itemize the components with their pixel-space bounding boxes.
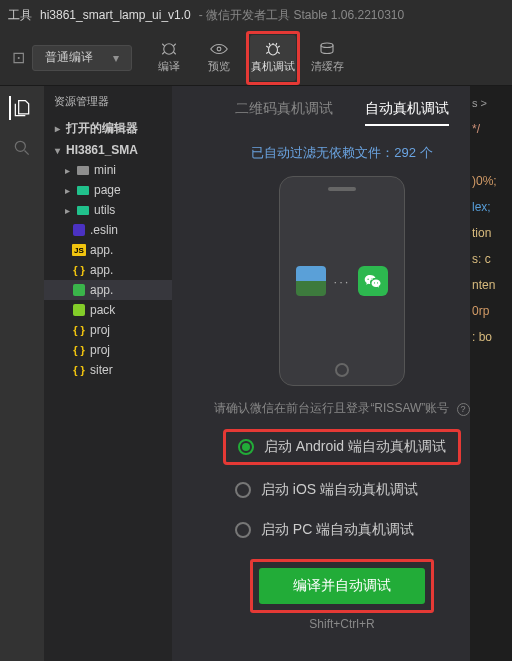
highlight-debug: 真机调试 <box>246 31 300 85</box>
code-editor-strip: s > */ )0%; lex; tion s: c nten 0rp : bo <box>470 86 512 661</box>
help-icon[interactable]: ? <box>457 403 470 416</box>
file-item[interactable]: { }siter <box>44 360 172 380</box>
tab-auto-debug[interactable]: 自动真机调试 <box>365 100 449 126</box>
explorer-sidebar: 资源管理器 ▸打开的编辑器 ▾HI3861_SMA ▸mini ▸page ▸u… <box>44 86 172 661</box>
file-item[interactable]: { }proj <box>44 320 172 340</box>
bug-icon <box>264 41 282 57</box>
radio-icon <box>235 482 251 498</box>
folder-item[interactable]: ▸mini <box>44 160 172 180</box>
compile-mode-select[interactable]: 普通编译 ▾ <box>32 45 132 71</box>
explorer-activity[interactable] <box>9 96 33 120</box>
phone-speaker-icon <box>328 187 356 191</box>
search-icon <box>12 138 32 158</box>
svg-point-1 <box>217 47 221 51</box>
app-thumbnail-icon <box>296 266 326 296</box>
phone-illustration: ··· <box>279 176 405 386</box>
file-item[interactable]: .eslin <box>44 220 172 240</box>
phone-home-icon <box>335 363 349 377</box>
file-item[interactable]: { }proj <box>44 340 172 360</box>
folder-item[interactable]: ▸utils <box>44 200 172 220</box>
js-icon: JS <box>72 243 86 257</box>
eslint-icon <box>72 223 86 237</box>
project-name: hi3861_smart_lamp_ui_v1.0 <box>40 8 191 22</box>
highlight-action: 编译并自动调试 <box>250 559 434 613</box>
toolbar: ⊡ 普通编译 ▾ 编译 预览 真机调试 清缓存 <box>0 30 512 86</box>
compile-and-debug-button[interactable]: 编译并自动调试 <box>259 568 425 604</box>
compile-mode-label: 普通编译 <box>45 49 93 66</box>
file-item[interactable]: { }app. <box>44 260 172 280</box>
file-item[interactable]: pack <box>44 300 172 320</box>
title-bar: 工具 hi3861_smart_lamp_ui_v1.0 - 微信开发者工具 S… <box>0 0 512 30</box>
json-icon: { } <box>72 363 86 377</box>
debug-tabs: 二维码真机调试 自动真机调试 <box>190 100 494 126</box>
radio-android[interactable]: 启动 Android 端自动真机调试 <box>223 429 461 465</box>
cache-icon <box>318 41 336 57</box>
window-control-icon[interactable]: ⊡ <box>8 48 28 67</box>
compile-icon <box>160 41 178 57</box>
search-activity[interactable] <box>10 136 34 160</box>
eye-icon <box>210 41 228 57</box>
folder-icon <box>76 203 90 217</box>
chevron-right-icon: ▸ <box>62 165 72 176</box>
explorer-title: 资源管理器 <box>44 86 172 117</box>
folder-icon <box>76 183 90 197</box>
tool-dropdown[interactable]: 工具 <box>8 7 32 24</box>
wxss-icon <box>72 283 86 297</box>
login-hint: 请确认微信在前台运行且登录“RISSAW”账号 ? <box>190 400 494 417</box>
filter-info: 已自动过滤无依赖文件：292 个 <box>190 144 494 162</box>
svg-point-0 <box>164 44 175 55</box>
radio-icon <box>235 522 251 538</box>
folder-item[interactable]: ▸page <box>44 180 172 200</box>
chevron-down-icon: ▾ <box>113 51 119 65</box>
folder-icon <box>76 163 90 177</box>
radio-icon <box>238 439 254 455</box>
activity-bar <box>0 86 44 661</box>
chevron-right-icon: ▸ <box>62 205 72 216</box>
app-title: - 微信开发者工具 Stable 1.06.2210310 <box>199 7 404 24</box>
main-area: 资源管理器 ▸打开的编辑器 ▾HI3861_SMA ▸mini ▸page ▸u… <box>0 86 512 661</box>
preview-button[interactable]: 预览 <box>196 35 242 81</box>
project-section[interactable]: ▾HI3861_SMA <box>44 140 172 160</box>
chevron-down-icon: ▾ <box>52 145 62 156</box>
dots-icon: ··· <box>334 274 351 289</box>
platform-radios: 启动 Android 端自动真机调试 启动 iOS 端自动真机调试 启动 PC … <box>223 429 461 545</box>
remote-debug-button[interactable]: 真机调试 <box>250 35 296 81</box>
file-item[interactable]: app.app. <box>44 280 172 300</box>
node-icon <box>72 303 86 317</box>
chevron-right-icon: ▸ <box>52 123 62 134</box>
files-icon <box>12 98 32 118</box>
radio-pc[interactable]: 启动 PC 端自动真机调试 <box>223 515 426 545</box>
breadcrumb: s > <box>472 97 487 109</box>
shortcut-hint: Shift+Ctrl+R <box>190 617 494 631</box>
wechat-icon <box>358 266 388 296</box>
svg-point-4 <box>15 141 25 151</box>
svg-point-3 <box>321 43 333 48</box>
radio-ios[interactable]: 启动 iOS 端自动真机调试 <box>223 475 430 505</box>
debug-panel: 二维码真机调试 自动真机调试 已自动过滤无依赖文件：292 个 ··· 请确认微… <box>172 86 512 661</box>
svg-point-2 <box>269 45 278 56</box>
json-icon: { } <box>72 263 86 277</box>
open-editors-section[interactable]: ▸打开的编辑器 <box>44 117 172 140</box>
chevron-right-icon: ▸ <box>62 185 72 196</box>
file-item[interactable]: JSapp. <box>44 240 172 260</box>
compile-button[interactable]: 编译 <box>146 35 192 81</box>
json-icon: { } <box>72 343 86 357</box>
clear-cache-button[interactable]: 清缓存 <box>304 35 350 81</box>
tab-qrcode-debug[interactable]: 二维码真机调试 <box>235 100 333 126</box>
json-icon: { } <box>72 323 86 337</box>
